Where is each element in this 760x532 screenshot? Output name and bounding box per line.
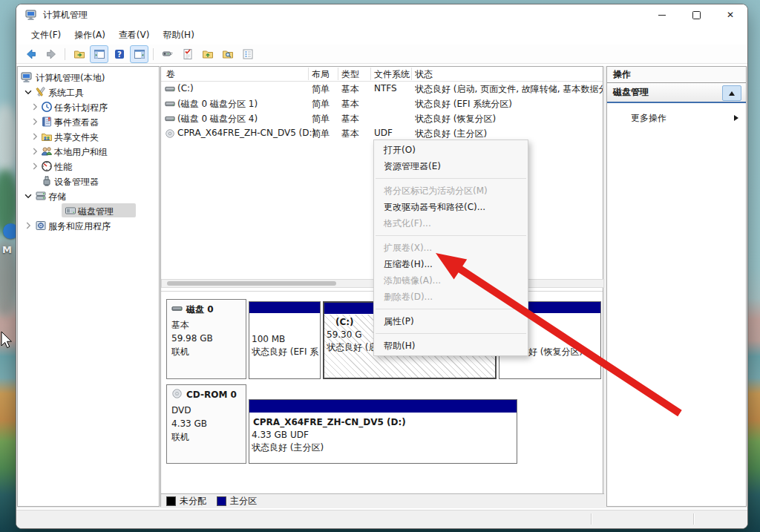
volume-row-(磁盘 0 磁盘分区 1)[interactable]: (磁盘 0 磁盘分区 1)简单基本状态良好 (EFI 系统分区) [161,96,603,111]
tree-item-性能[interactable]: 性能 [18,159,159,174]
volume-icon [165,99,175,109]
tree-item-设备管理器[interactable]: 设备管理器 [18,174,159,188]
disk-status: 联机 [171,430,241,444]
context-menu-item-资源管理器(E)[interactable]: 资源管理器(E) [374,158,528,174]
actions-pane: 操作 磁盘管理 更多操作 [606,66,747,507]
folderfind-toolbar-button[interactable] [218,45,237,63]
tree-item-任务计划程序[interactable]: 任务计划程序 [18,99,159,114]
actions-section-disk-management[interactable]: 磁盘管理 [607,83,746,103]
more-actions-item[interactable]: 更多操作 [607,110,746,126]
tree-item-本地用户和组[interactable]: 本地用户和组 [18,144,159,159]
column-header-文件系统[interactable]: 文件系统 [374,68,410,81]
close-icon: ✕ [727,10,734,19]
volume-name: (磁盘 0 磁盘分区 4) [177,113,258,125]
context-menu-item-更改驱动器号和路径(C)[interactable]: 更改驱动器号和路径(C)... [374,199,528,215]
close-button[interactable]: ✕ [713,4,747,25]
back-toolbar-button[interactable] [22,45,40,63]
actionpane-toolbar-button[interactable] [130,45,148,63]
partition-dvd[interactable]: CPRA_X64FRE_ZH-CN_DV5 (D:) 4.33 GB UDF 状… [249,399,517,464]
tree-item-共享文件夹[interactable]: 共享文件夹 [18,129,159,144]
disk-name: 磁盘 0 [186,303,214,316]
disk-status: 联机 [171,345,241,358]
menu-查看V[interactable]: 查看(V) [112,27,157,44]
cdrom-0-info[interactable]: CD-ROM 0 DVD 4.33 GB 联机 [166,384,246,464]
tree-item-计算机管理(本地)[interactable]: 计算机管理(本地) [18,70,159,85]
tree-item-存储[interactable]: 存储 [18,188,159,203]
chevron-right-icon[interactable] [30,116,40,127]
tree-item-label: 任务计划程序 [54,102,108,114]
tree-item-label: 磁盘管理 [78,206,114,218]
remote-toolbar-button[interactable] [158,45,177,63]
statusbar-divider [591,513,592,525]
volume-row-(磁盘 0 磁盘分区 4)[interactable]: (磁盘 0 磁盘分区 4)简单基本状态良好 (恢复分区) [161,111,603,126]
column-separator[interactable] [411,68,412,80]
chevron-right-icon[interactable] [30,146,40,157]
chevron-down-icon[interactable] [23,191,33,201]
volume-type: 基本 [341,113,359,125]
menu-操作A[interactable]: 操作(A) [68,27,112,44]
title-bar[interactable]: 计算机管理 ✕ [16,4,747,25]
clock-icon [41,101,53,113]
more-actions-label: 更多操作 [631,112,666,125]
volume-row-CPRA_X64FRE_ZH-CN_DV5 (D:)[interactable]: CPRA_X64FRE_ZH-CN_DV5 (D:)简单基本UDF状态良好 (主… [161,126,603,141]
volume-type: 基本 [341,83,359,96]
column-header-卷[interactable]: 卷 [166,68,175,81]
tree-item-事件查看器[interactable]: 事件查看器 [18,114,159,129]
tree-item-label: 性能 [54,161,72,174]
toolbar-separator [65,48,65,60]
disk-type: DVD [171,404,241,417]
minimize-button[interactable] [645,4,679,25]
chevron-right-icon[interactable] [30,131,40,142]
context-menu-item-打开(O)[interactable]: 打开(O) [374,142,528,158]
services-icon [35,220,47,231]
context-menu-item-帮助(H)[interactable]: 帮助(H) [374,338,528,354]
column-header-类型[interactable]: 类型 [341,68,359,81]
propslist-toolbar-button[interactable] [238,45,257,63]
disk-name: CD-ROM 0 [186,390,237,400]
context-menu-item-压缩卷(H)[interactable]: 压缩卷(H)... [374,256,528,272]
section-label: 磁盘管理 [613,86,649,99]
help-toolbar-button[interactable]: ? [110,45,128,63]
column-separator[interactable] [370,68,371,80]
tree-item-服务和应用程序[interactable]: 服务和应用程序 [18,218,159,233]
volume-status: 状态良好 (启动, 页面文件, 故障转储, 基本数据分 [415,83,603,96]
statusbar-divider [693,513,694,525]
legend-swatch [166,496,176,506]
menu-帮助H[interactable]: 帮助(H) [156,27,200,44]
column-separator[interactable] [308,68,309,80]
folderup-toolbar-button[interactable] [198,45,217,63]
tree-item-磁盘管理[interactable]: 磁盘管理 [18,203,159,218]
volume-row-(C:)[interactable]: (C:)简单基本NTFS状态良好 (启动, 页面文件, 故障转储, 基本数据分 [161,82,603,96]
toolbar-separator [153,48,154,60]
chevron-right-icon[interactable] [23,220,33,231]
tree-item-label: 存储 [48,191,66,203]
maximize-button[interactable] [679,4,713,25]
forward-toolbar-button[interactable] [42,45,60,63]
menu-文件F[interactable]: 文件(F) [24,27,68,44]
volume-type: 基本 [341,128,359,140]
hard-disk-icon [171,303,183,316]
chevron-down-icon[interactable] [23,87,33,97]
disk-0-info[interactable]: 磁盘 0 基本 59.98 GB 联机 [166,299,246,379]
checkdoc-toolbar-button[interactable] [178,45,197,63]
collapse-section-button[interactable] [722,85,741,101]
context-menu-item-属性(P)[interactable]: 属性(P) [374,313,528,329]
export-toolbar-button[interactable] [70,45,88,63]
status-bar [16,510,747,528]
users-icon [41,145,53,157]
volume-name: CPRA_X64FRE_ZH-CN_DV5 (D:) [177,128,315,138]
computer-icon [21,71,33,83]
column-header-布局[interactable]: 布局 [312,68,330,81]
volume-fs: UDF [374,128,393,138]
volume-name: (磁盘 0 磁盘分区 1) [177,98,258,111]
partition-efi[interactable]: 100 MB 状态良好 (EFI 系 [249,301,321,379]
consoletree-toolbar-button[interactable] [90,45,108,63]
disk-size: 59.98 GB [171,332,241,345]
partition-legend: 未分配 主分区 [161,493,604,508]
chevron-right-icon[interactable] [30,161,40,171]
column-header-状态[interactable]: 状态 [415,68,433,81]
scrollbar-thumb[interactable] [167,281,336,286]
chevron-right-icon[interactable] [30,102,40,112]
tree-item-系统工具[interactable]: 系统工具 [18,85,159,99]
column-separator[interactable] [338,68,338,80]
